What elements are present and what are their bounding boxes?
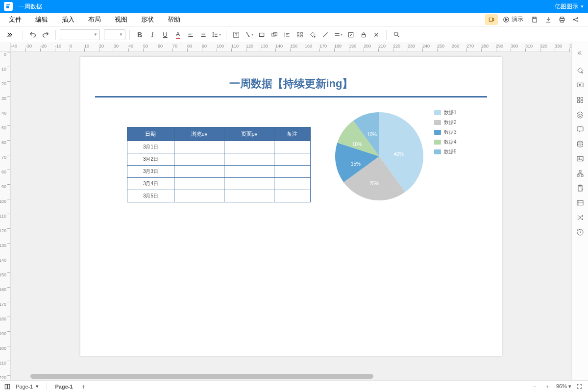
svg-rect-19: [362, 34, 366, 37]
undo-button[interactable]: [27, 29, 39, 41]
rect-tool[interactable]: [256, 29, 268, 41]
distribute-tool[interactable]: [294, 29, 306, 41]
line-style-button[interactable]: ▾: [332, 29, 344, 41]
brand-menu[interactable]: 亿图图示 ▼: [555, 2, 584, 11]
svg-point-7: [577, 17, 578, 18]
menu-bar: 文件 编辑 插入 布局 视图 形状 帮助 演示: [0, 13, 588, 26]
app-logo-icon: [4, 2, 13, 11]
align-left-tool[interactable]: [281, 29, 293, 41]
align-h-button[interactable]: [185, 29, 196, 41]
menu-edit[interactable]: 编辑: [28, 13, 55, 26]
menu-help[interactable]: 帮助: [161, 13, 187, 26]
svg-rect-15: [297, 35, 299, 37]
record-button[interactable]: [485, 14, 498, 25]
bold-button[interactable]: B: [134, 29, 146, 41]
menu-layout[interactable]: 布局: [81, 13, 108, 26]
menu-file[interactable]: 文件: [2, 13, 28, 26]
connector-tool[interactable]: ▾: [243, 29, 255, 41]
font-color-button[interactable]: A: [172, 29, 184, 41]
underline-button[interactable]: U: [159, 29, 171, 41]
toolbar: ▼ ▼ B I U A ▾ ▾ ▾: [0, 26, 588, 43]
svg-point-8: [577, 21, 578, 22]
checkbox-tool[interactable]: [345, 29, 357, 41]
redo-button[interactable]: [40, 29, 51, 41]
svg-rect-13: [297, 32, 299, 34]
fill-button[interactable]: [307, 29, 318, 41]
present-button[interactable]: 演示: [499, 14, 527, 25]
svg-rect-0: [489, 18, 492, 21]
align-v-button[interactable]: [197, 29, 209, 41]
search-button[interactable]: [391, 29, 402, 41]
save-button[interactable]: [528, 14, 541, 25]
text-tool[interactable]: [230, 29, 242, 41]
svg-rect-2: [534, 17, 536, 18]
svg-rect-14: [301, 32, 303, 34]
export-button[interactable]: [542, 14, 555, 25]
svg-point-17: [314, 36, 315, 37]
play-icon: [503, 16, 510, 23]
chevron-down-icon: ▼: [580, 4, 584, 9]
menu-view[interactable]: 视图: [108, 13, 134, 26]
font-family-select[interactable]: ▼: [60, 29, 100, 40]
svg-rect-10: [259, 33, 264, 36]
share-button[interactable]: [569, 14, 582, 25]
menu-insert[interactable]: 插入: [55, 13, 81, 26]
double-rect-tool[interactable]: [269, 29, 280, 41]
title-bar: 一周数据 亿图图示 ▼: [0, 0, 588, 13]
svg-point-20: [394, 32, 398, 36]
svg-rect-18: [348, 32, 353, 37]
lock-button[interactable]: [358, 29, 369, 41]
italic-button[interactable]: I: [147, 29, 158, 41]
tools-button[interactable]: [370, 29, 382, 41]
svg-point-6: [573, 19, 574, 20]
document-title: 一周数据: [19, 2, 42, 11]
line-spacing-button[interactable]: ▾: [210, 29, 222, 41]
svg-rect-16: [301, 35, 303, 37]
font-size-select[interactable]: ▼: [104, 29, 125, 40]
menu-shape[interactable]: 形状: [134, 13, 161, 26]
print-button[interactable]: [556, 14, 568, 25]
sidebar-toggle[interactable]: [3, 29, 15, 41]
line-color-button[interactable]: [319, 29, 331, 41]
